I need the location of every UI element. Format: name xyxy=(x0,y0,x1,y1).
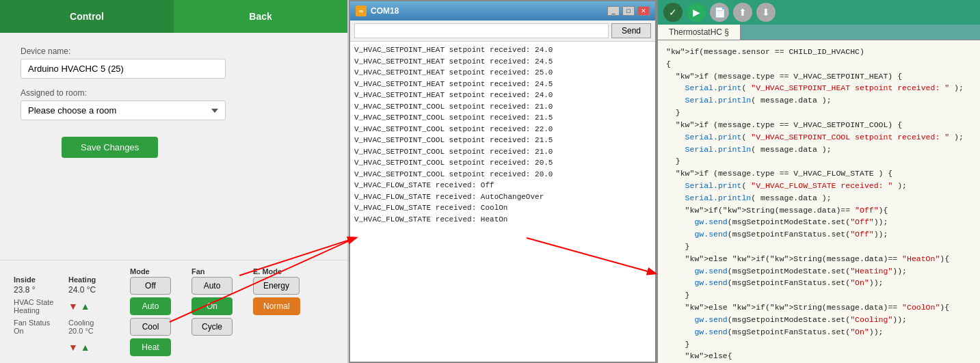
com-input[interactable] xyxy=(354,23,609,38)
fan-status-label: Fan Status xyxy=(14,319,68,327)
control-button[interactable]: Control xyxy=(0,0,174,33)
code-line-16: } xyxy=(666,241,972,253)
emode-normal-button[interactable]: Normal xyxy=(253,297,300,315)
minimize-button[interactable]: _ xyxy=(607,6,620,16)
maximize-button[interactable]: □ xyxy=(622,6,635,16)
log-line-15: V_HVAC_FLOW_STATE received: HeatOn xyxy=(354,214,651,226)
left-panel: Control Back Device name: Assigned to ro… xyxy=(0,0,349,363)
window-controls: _ □ ✕ xyxy=(607,6,650,16)
com-log: V_HVAC_SETPOINT_HEAT setpoint received: … xyxy=(350,42,655,362)
log-line-5: V_HVAC_SETPOINT_COOL setpoint received: … xyxy=(354,101,651,113)
code-line-0: "kw">if(message.sensor == CHILD_ID_HVACH… xyxy=(666,46,972,58)
code-line-14: gw.send(msgSetpointModeState.set("Off"))… xyxy=(666,216,972,228)
hvac-state-label: HVAC State xyxy=(14,298,68,306)
upload-button[interactable]: ▶ xyxy=(687,3,706,22)
right-panel: ✓ ▶ 📄 ⬆ ⬇ ThermostatHC § "kw">if(message… xyxy=(657,0,980,363)
com-title: COM18 xyxy=(371,6,607,16)
mode-auto-button[interactable]: Auto xyxy=(130,297,171,315)
heating-down-arrow[interactable]: ▼ xyxy=(68,301,78,312)
device-name-group: Device name: xyxy=(21,46,327,79)
mode-off-button[interactable]: Off xyxy=(130,277,171,295)
code-line-24: } xyxy=(666,338,972,351)
code-line-3: Serial.print( "V_HVAC_SETPOINT_HEAT setp… xyxy=(666,82,972,94)
code-line-18: gw.send(msgSetpointModeState.set("Heatin… xyxy=(666,265,972,278)
emode-col-header: E. Mode Energy xyxy=(253,267,315,295)
code-line-4: Serial.println( message.data ); xyxy=(666,94,972,107)
code-line-19: gw.send(msgSetpointFanStatus.set("On")); xyxy=(666,277,972,289)
fan-auto-button[interactable]: Auto xyxy=(191,277,233,295)
cooling-down-arrow[interactable]: ▼ xyxy=(68,342,78,353)
room-label: Assigned to room: xyxy=(21,88,327,98)
log-line-8: V_HVAC_SETPOINT_COOL setpoint received: … xyxy=(354,135,651,146)
cooling-label: Cooling xyxy=(68,319,130,327)
hvac-state-value: Heating xyxy=(14,306,68,314)
code-line-20: } xyxy=(666,289,972,301)
editor-toolbar: ✓ ▶ 📄 ⬆ ⬇ xyxy=(658,0,980,25)
code-line-22: gw.send(msgSetpointModeState.set("Coolin… xyxy=(666,314,972,326)
log-line-13: V_HVAC_FLOW_STATE received: AutoChangeOv… xyxy=(354,191,651,203)
left-header: Control Back xyxy=(0,0,347,33)
code-line-25: "kw">else{ xyxy=(666,350,972,362)
back-button[interactable]: Back xyxy=(174,0,347,33)
room-select[interactable]: Please choose a room xyxy=(21,100,226,120)
code-line-9: } xyxy=(666,155,972,167)
log-line-6: V_HVAC_SETPOINT_COOL setpoint received: … xyxy=(354,112,651,124)
heating-col-header: Heating 24.0 °C xyxy=(68,275,130,295)
log-line-7: V_HVAC_SETPOINT_COOL setpoint received: … xyxy=(354,124,651,135)
mode-col-header: Mode Off xyxy=(130,267,191,295)
code-line-21: "kw">else "kw">if("kw">String(message.da… xyxy=(666,301,972,314)
mode-cool-button[interactable]: Cool xyxy=(130,318,171,336)
heat-button[interactable]: Heat xyxy=(130,338,171,356)
log-line-12: V_HVAC_FLOW_STATE received: Off xyxy=(354,180,651,191)
log-line-10: V_HVAC_SETPOINT_COOL setpoint received: … xyxy=(354,157,651,169)
heating-up-arrow[interactable]: ▲ xyxy=(81,301,90,312)
hvac-section: Inside 23.8 ° Heating 24.0 °C Mode Off F… xyxy=(0,260,347,363)
cooling-value: 20.0 °C xyxy=(68,327,130,335)
log-line-1: V_HVAC_SETPOINT_HEAT setpoint received: … xyxy=(354,56,651,68)
code-line-17: "kw">else "kw">if("kw">String(message.da… xyxy=(666,253,972,265)
close-button[interactable]: ✕ xyxy=(637,6,650,16)
com-panel: ∞ COM18 _ □ ✕ Send V_HVAC_SETPOINT_HEAT … xyxy=(349,0,657,363)
new-button[interactable]: 📄 xyxy=(710,3,729,22)
log-line-9: V_HVAC_SETPOINT_COOL setpoint received: … xyxy=(354,146,651,158)
com-icon: ∞ xyxy=(356,5,367,16)
code-line-5: } xyxy=(666,107,972,119)
com-titlebar: ∞ COM18 _ □ ✕ xyxy=(350,1,655,21)
code-line-12: Serial.println( message.data ); xyxy=(666,192,972,204)
fan-col-header: Fan Auto xyxy=(191,267,253,295)
log-line-11: V_HVAC_SETPOINT_COOL setpoint received: … xyxy=(354,169,651,180)
fan-on-button[interactable]: On xyxy=(191,297,233,315)
verify-button[interactable]: ✓ xyxy=(663,3,683,22)
left-body: Device name: Assigned to room: Please ch… xyxy=(0,33,347,260)
log-line-4: V_HVAC_SETPOINT_HEAT setpoint received: … xyxy=(354,90,651,101)
emode-energy-button[interactable]: Energy xyxy=(253,277,300,295)
cooling-up-arrow[interactable]: ▲ xyxy=(81,342,90,353)
inside-col-header: Inside 23.8 ° xyxy=(14,275,68,295)
fan-cycle-button[interactable]: Cycle xyxy=(191,318,233,336)
log-line-2: V_HVAC_SETPOINT_HEAT setpoint received: … xyxy=(354,67,651,79)
save-changes-button[interactable]: Save Changes xyxy=(62,137,158,158)
code-line-11: Serial.print( "V_HVAC_FLOW_STATE receive… xyxy=(666,180,972,192)
code-line-6: "kw">if (message.type == V_HVAC_SETPOINT… xyxy=(666,119,972,131)
code-line-1: { xyxy=(666,58,972,70)
device-name-input[interactable] xyxy=(21,59,226,79)
code-line-23: gw.send(msgSetpointFanStatus.set("On")); xyxy=(666,326,972,338)
log-line-14: V_HVAC_FLOW_STATE received: CoolOn xyxy=(354,202,651,214)
log-line-0: V_HVAC_SETPOINT_HEAT setpoint received: … xyxy=(354,44,651,56)
code-line-8: Serial.println( message.data ); xyxy=(666,144,972,156)
code-line-7: Serial.print( "V_HVAC_SETPOINT_COOL setp… xyxy=(666,131,972,144)
tab-thermostat[interactable]: ThermostatHC § xyxy=(658,25,741,40)
com-toolbar: Send xyxy=(350,21,655,42)
device-name-label: Device name: xyxy=(21,46,327,56)
send-button[interactable]: Send xyxy=(611,23,651,38)
room-group: Assigned to room: Please choose a room xyxy=(21,88,327,120)
code-line-13: "kw">if("kw">String(message.data)== "Off… xyxy=(666,204,972,217)
editor-tabs: ThermostatHC § xyxy=(658,25,980,40)
log-line-3: V_HVAC_SETPOINT_HEAT setpoint received: … xyxy=(354,79,651,90)
save-button[interactable]: ⬇ xyxy=(756,3,776,22)
fan-status-value: On xyxy=(14,327,68,335)
code-line-10: "kw">if (message.type == V_HVAC_FLOW_STA… xyxy=(666,167,972,180)
open-button[interactable]: ⬆ xyxy=(733,3,752,22)
code-area: "kw">if(message.sensor == CHILD_ID_HVACH… xyxy=(658,40,980,363)
code-line-2: "kw">if (message.type == V_HVAC_SETPOINT… xyxy=(666,70,972,83)
